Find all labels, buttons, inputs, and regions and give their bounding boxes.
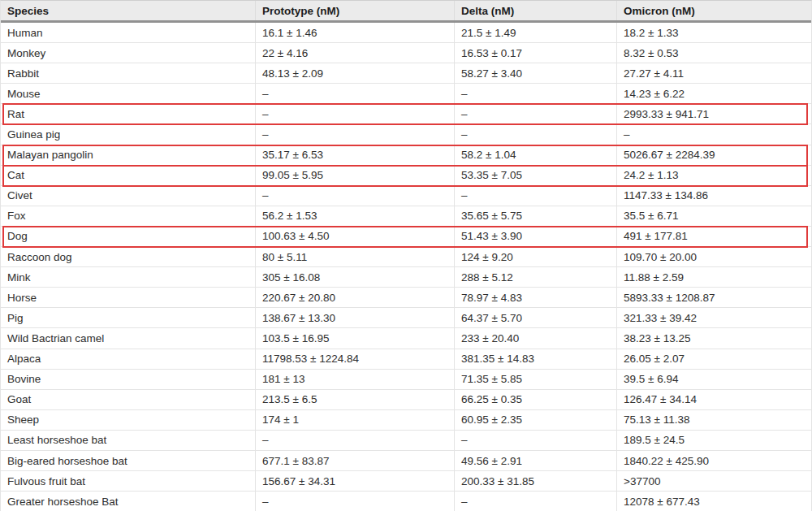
table-row: Mouse – – 14.23 ± 6.22	[1, 84, 811, 104]
column-header-omicron: Omicron (nM)	[617, 1, 811, 20]
species-cell: Dog	[1, 227, 256, 246]
prototype-cell: 100.63 ± 4.50	[256, 227, 455, 246]
prototype-cell: 305 ± 16.08	[256, 267, 455, 287]
omicron-cell: 189.5 ± 24.5	[617, 431, 811, 450]
delta-cell: 53.35 ± 7.05	[455, 166, 617, 185]
table-row: Pig 138.67 ± 13.30 64.37 ± 5.70 321.33 ±…	[1, 308, 811, 328]
prototype-cell: –	[256, 492, 455, 511]
prototype-cell: –	[256, 431, 455, 450]
table-row: Human 16.1 ± 1.46 21.5 ± 1.49 18.2 ± 1.3…	[1, 23, 811, 43]
omicron-cell: 38.23 ± 13.25	[617, 328, 811, 348]
table-row: Cat 99.05 ± 5.95 53.35 ± 7.05 24.2 ± 1.1…	[1, 166, 811, 186]
species-cell: Rabbit	[1, 63, 256, 83]
species-cell: Fox	[1, 206, 256, 226]
table-row: Dog 100.63 ± 4.50 51.43 ± 3.90 491 ± 177…	[1, 227, 811, 247]
delta-cell: 21.5 ± 1.49	[455, 23, 617, 42]
prototype-cell: 677.1 ± 83.87	[256, 451, 455, 470]
prototype-cell: 213.5 ± 6.5	[256, 390, 455, 409]
delta-cell: 78.97 ± 4.83	[455, 288, 617, 307]
table-row: Malayan pangolin 35.17 ± 6.53 58.2 ± 1.0…	[1, 145, 811, 166]
delta-cell: 288 ± 5.12	[455, 267, 617, 287]
delta-cell: 71.35 ± 5.85	[455, 370, 617, 389]
prototype-cell: –	[256, 84, 455, 103]
table-header-row: Species Prototype (nM) Delta (nM) Omicro…	[1, 1, 811, 23]
species-cell: Malayan pangolin	[1, 145, 256, 165]
prototype-cell: 11798.53 ± 1224.84	[256, 349, 455, 369]
prototype-cell: 103.5 ± 16.95	[256, 328, 455, 348]
prototype-cell: 22 ± 4.16	[256, 43, 455, 63]
species-cell: Human	[1, 23, 256, 42]
species-cell: Least horseshoe bat	[1, 431, 256, 450]
table-row: Bovine 181 ± 13 71.35 ± 5.85 39.5 ± 6.94	[1, 370, 811, 390]
table-row: Fulvous fruit bat 156.67 ± 34.31 200.33 …	[1, 471, 811, 492]
prototype-cell: 138.67 ± 13.30	[256, 308, 455, 327]
omicron-cell: 24.2 ± 1.13	[617, 166, 811, 185]
species-cell: Wild Bactrian camel	[1, 328, 256, 348]
delta-cell: –	[455, 186, 617, 206]
omicron-cell: 5026.67 ± 2284.39	[617, 145, 811, 165]
omicron-cell: 491 ± 177.81	[617, 227, 811, 246]
table-row: Alpaca 11798.53 ± 1224.84 381.35 ± 14.83…	[1, 349, 811, 370]
delta-cell: 381.35 ± 14.83	[455, 349, 617, 369]
delta-cell: –	[455, 431, 617, 450]
prototype-cell: –	[256, 104, 455, 123]
prototype-cell: 35.17 ± 6.53	[256, 145, 455, 165]
table-row: Monkey 22 ± 4.16 16.53 ± 0.17 8.32 ± 0.5…	[1, 43, 811, 63]
species-cell: Greater horseshoe Bat	[1, 492, 256, 511]
prototype-cell: 16.1 ± 1.46	[256, 23, 455, 42]
species-cell: Monkey	[1, 43, 256, 63]
omicron-cell: 27.27 ± 4.11	[617, 63, 811, 83]
omicron-cell: 14.23 ± 6.22	[617, 84, 811, 103]
table-row: Least horseshoe bat – – 189.5 ± 24.5	[1, 431, 811, 451]
omicron-cell: 8.32 ± 0.53	[617, 43, 811, 63]
prototype-cell: –	[256, 124, 455, 144]
omicron-cell: 2993.33 ± 941.71	[617, 104, 811, 123]
species-cell: Cat	[1, 166, 256, 185]
omicron-cell: 26.05 ± 2.07	[617, 349, 811, 369]
delta-cell: 35.65 ± 5.75	[455, 206, 617, 226]
delta-cell: –	[455, 104, 617, 123]
prototype-cell: 220.67 ± 20.80	[256, 288, 455, 307]
column-header-species: Species	[1, 1, 256, 20]
omicron-cell: 35.5 ± 6.71	[617, 206, 811, 226]
species-cell: Pig	[1, 308, 256, 327]
delta-cell: 58.27 ± 3.40	[455, 63, 617, 83]
prototype-cell: 181 ± 13	[256, 370, 455, 389]
omicron-cell: 18.2 ± 1.33	[617, 23, 811, 42]
omicron-cell: 109.70 ± 20.00	[617, 247, 811, 266]
omicron-cell: –	[617, 124, 811, 144]
omicron-cell: 5893.33 ± 1208.87	[617, 288, 811, 307]
table-row: Goat 213.5 ± 6.5 66.25 ± 0.35 126.47 ± 3…	[1, 390, 811, 410]
species-cell: Mink	[1, 267, 256, 287]
species-cell: Horse	[1, 288, 256, 307]
species-cell: Rat	[1, 104, 256, 123]
delta-cell: –	[455, 492, 617, 511]
species-cell: Goat	[1, 390, 256, 409]
omicron-cell: 126.47 ± 34.14	[617, 390, 811, 409]
table-body: Human 16.1 ± 1.46 21.5 ± 1.49 18.2 ± 1.3…	[1, 23, 811, 511]
table-row: Fox 56.2 ± 1.53 35.65 ± 5.75 35.5 ± 6.71	[1, 206, 811, 227]
delta-cell: 124 ± 9.20	[455, 247, 617, 266]
delta-cell: 51.43 ± 3.90	[455, 227, 617, 246]
delta-cell: 58.2 ± 1.04	[455, 145, 617, 165]
omicron-cell: >37700	[617, 471, 811, 491]
table-row: Guinea pig – – –	[1, 124, 811, 145]
prototype-cell: –	[256, 186, 455, 206]
omicron-cell: 75.13 ± 11.38	[617, 410, 811, 430]
omicron-cell: 1147.33 ± 134.86	[617, 186, 811, 206]
species-cell: Civet	[1, 186, 256, 206]
delta-cell: –	[455, 84, 617, 103]
species-cell: Bovine	[1, 370, 256, 389]
species-cell: Alpaca	[1, 349, 256, 369]
delta-cell: –	[455, 124, 617, 144]
omicron-cell: 11.88 ± 2.59	[617, 267, 811, 287]
omicron-cell: 1840.22 ± 425.90	[617, 451, 811, 470]
table-row: Wild Bactrian camel 103.5 ± 16.95 233 ± …	[1, 328, 811, 349]
species-cell: Big-eared horseshoe bat	[1, 451, 256, 470]
species-cell: Fulvous fruit bat	[1, 471, 256, 491]
table-row: Sheep 174 ± 1 60.95 ± 2.35 75.13 ± 11.38	[1, 410, 811, 431]
delta-cell: 200.33 ± 31.85	[455, 471, 617, 491]
table-row: Big-eared horseshoe bat 677.1 ± 83.87 49…	[1, 451, 811, 471]
prototype-cell: 56.2 ± 1.53	[256, 206, 455, 226]
table-row: Rat – – 2993.33 ± 941.71	[1, 104, 811, 124]
